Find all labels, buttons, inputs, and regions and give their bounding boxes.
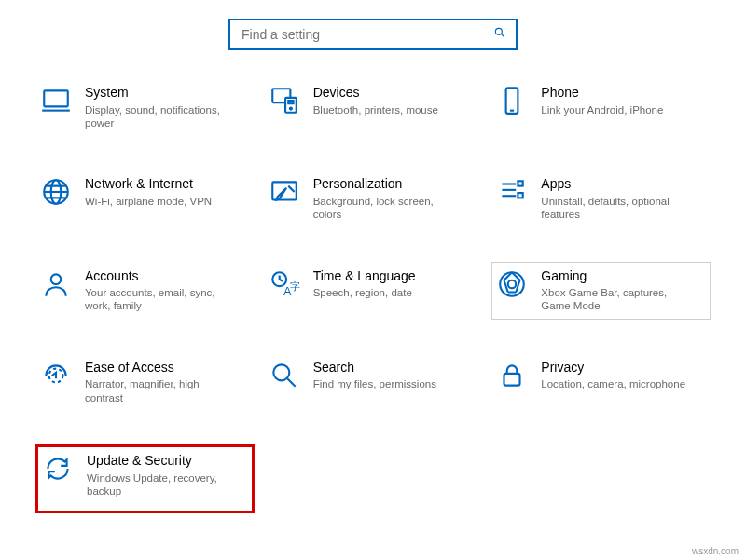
gaming-icon xyxy=(496,268,528,300)
tile-desc: Display, sound, notifications, power xyxy=(85,103,229,130)
svg-point-19 xyxy=(51,274,62,284)
tile-system[interactable]: SystemDisplay, sound, notifications, pow… xyxy=(35,78,255,136)
tile-accounts[interactable]: AccountsYour accounts, email, sync, work… xyxy=(35,262,255,320)
tile-title: Privacy xyxy=(541,360,685,376)
phone-icon xyxy=(496,85,528,116)
tile-desc: Narrator, magnifier, high contrast xyxy=(85,377,229,404)
tile-title: Accounts xyxy=(85,268,229,285)
tile-desc: Location, camera, microphone xyxy=(541,377,685,390)
tile-personalization[interactable]: PersonalizationBackground, lock screen, … xyxy=(264,170,483,227)
svg-point-26 xyxy=(273,364,289,380)
search-tile-icon xyxy=(269,360,300,391)
tile-title: Search xyxy=(313,360,436,376)
tile-title: Gaming xyxy=(541,268,685,285)
privacy-icon xyxy=(496,360,528,391)
tile-title: Ease of Access xyxy=(85,360,229,376)
tile-desc: Windows Update, recovery, backup xyxy=(87,471,231,499)
tile-phone[interactable]: PhoneLink your Android, iPhone xyxy=(491,78,711,136)
svg-point-24 xyxy=(508,280,517,288)
tile-title: Devices xyxy=(313,85,438,102)
network-icon xyxy=(40,176,72,208)
system-icon xyxy=(40,85,72,116)
tile-time-language[interactable]: A字 Time & LanguageSpeech, region, date xyxy=(264,262,483,320)
tile-gaming[interactable]: GamingXbox Game Bar, captures, Game Mode xyxy=(491,262,711,320)
tile-title: Update & Security xyxy=(87,453,231,470)
svg-text:字: 字 xyxy=(290,280,300,292)
svg-rect-28 xyxy=(504,374,520,386)
personalization-icon xyxy=(269,176,300,208)
tile-desc: Bluetooth, printers, mouse xyxy=(313,103,438,116)
svg-rect-18 xyxy=(518,193,523,198)
tile-desc: Speech, region, date xyxy=(313,286,416,299)
update-security-icon xyxy=(42,453,74,485)
tile-desc: Your accounts, email, sync, work, family xyxy=(85,286,229,313)
tile-network[interactable]: Network & InternetWi-Fi, airplane mode, … xyxy=(35,170,255,227)
time-language-icon: A字 xyxy=(269,268,300,300)
tile-desc: Background, lock screen, colors xyxy=(313,195,458,222)
tile-title: Phone xyxy=(541,85,663,102)
settings-grid: SystemDisplay, sound, notifications, pow… xyxy=(0,78,746,513)
ease-of-access-icon xyxy=(40,360,72,391)
apps-icon xyxy=(496,176,528,208)
svg-point-7 xyxy=(290,107,292,109)
tile-ease-of-access[interactable]: Ease of AccessNarrator, magnifier, high … xyxy=(35,353,255,411)
tile-desc: Uninstall, defaults, optional features xyxy=(541,195,685,222)
search-icon xyxy=(493,26,506,43)
tile-title: System xyxy=(85,85,229,102)
tile-desc: Find my files, permissions xyxy=(313,377,436,390)
tile-desc: Wi-Fi, airplane mode, VPN xyxy=(85,195,212,208)
svg-line-27 xyxy=(287,378,296,387)
svg-point-0 xyxy=(495,28,502,34)
search-input-wrapper[interactable] xyxy=(228,19,518,50)
tile-privacy[interactable]: PrivacyLocation, camera, microphone xyxy=(491,353,711,411)
tile-update-security[interactable]: Update & SecurityWindows Update, recover… xyxy=(35,444,255,513)
devices-icon xyxy=(269,85,300,116)
tile-title: Network & Internet xyxy=(85,176,212,193)
svg-rect-17 xyxy=(518,182,523,186)
tile-desc: Link your Android, iPhone xyxy=(541,103,663,116)
tile-apps[interactable]: AppsUninstall, defaults, optional featur… xyxy=(491,170,711,227)
tile-title: Time & Language xyxy=(313,268,416,285)
tile-devices[interactable]: DevicesBluetooth, printers, mouse xyxy=(264,78,483,136)
accounts-icon xyxy=(40,268,72,300)
tile-title: Apps xyxy=(541,176,685,193)
svg-line-1 xyxy=(502,34,504,37)
watermark: wsxdn.com xyxy=(692,546,739,556)
tile-desc: Xbox Game Bar, captures, Game Mode xyxy=(541,286,685,313)
search-input[interactable] xyxy=(240,26,493,43)
tile-search[interactable]: SearchFind my files, permissions xyxy=(264,353,483,411)
tile-title: Personalization xyxy=(313,176,458,193)
svg-rect-2 xyxy=(44,90,68,106)
